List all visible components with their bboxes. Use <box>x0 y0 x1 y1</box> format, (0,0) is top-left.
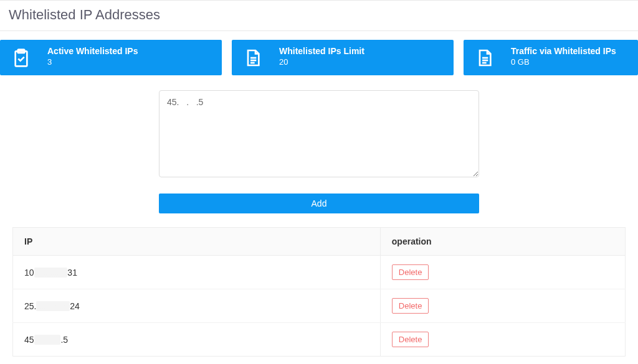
ip-cell: 25.xxx.xxx.24 <box>13 289 381 323</box>
stat-text: Active Whitelisted IPs 3 <box>47 45 138 67</box>
delete-button[interactable]: Delete <box>392 332 429 347</box>
stat-value: 20 <box>279 57 364 67</box>
stat-value: 0 GB <box>511 57 616 67</box>
table-row: 45xxx.xx.5 Delete <box>13 323 626 357</box>
stat-card-traffic: Traffic via Whitelisted IPs 0 GB <box>464 40 638 75</box>
table-header-row: IP operation <box>13 228 626 256</box>
add-button[interactable]: Add <box>159 194 479 213</box>
document-icon <box>243 48 263 68</box>
ip-input-textarea[interactable] <box>159 90 479 177</box>
page-header: Whitelisted IP Addresses <box>0 0 638 31</box>
stat-label: Active Whitelisted IPs <box>47 45 138 57</box>
stat-card-limit: Whitelisted IPs Limit 20 <box>232 40 454 75</box>
table-row: 10xxx.xxx.31 Delete <box>13 256 626 289</box>
stat-value: 3 <box>47 57 138 67</box>
delete-button[interactable]: Delete <box>392 264 429 280</box>
column-header-ip: IP <box>13 228 381 256</box>
operation-cell: Delete <box>380 289 625 323</box>
clipboard-check-icon <box>11 48 31 68</box>
operation-cell: Delete <box>380 256 625 289</box>
stat-label: Traffic via Whitelisted IPs <box>511 45 616 57</box>
page-title: Whitelisted IP Addresses <box>9 7 629 23</box>
document-icon <box>475 48 495 68</box>
stat-text: Whitelisted IPs Limit 20 <box>279 45 364 67</box>
ip-table-wrapper: IP operation 10xxx.xxx.31 Delete 25.xxx.… <box>12 227 626 357</box>
ip-cell: 45xxx.xx.5 <box>13 323 381 357</box>
delete-button[interactable]: Delete <box>392 298 429 314</box>
stat-cards-row: Active Whitelisted IPs 3 Whitelisted IPs… <box>0 31 638 75</box>
stat-text: Traffic via Whitelisted IPs 0 GB <box>511 45 616 67</box>
table-row: 25.xxx.xxx.24 Delete <box>13 289 626 323</box>
add-ip-form: Add <box>0 75 638 213</box>
ip-table: IP operation 10xxx.xxx.31 Delete 25.xxx.… <box>12 227 626 357</box>
stat-card-active: Active Whitelisted IPs 3 <box>0 40 222 75</box>
operation-cell: Delete <box>380 323 625 357</box>
ip-cell: 10xxx.xxx.31 <box>13 256 381 289</box>
column-header-operation: operation <box>380 228 625 256</box>
stat-label: Whitelisted IPs Limit <box>279 45 364 57</box>
